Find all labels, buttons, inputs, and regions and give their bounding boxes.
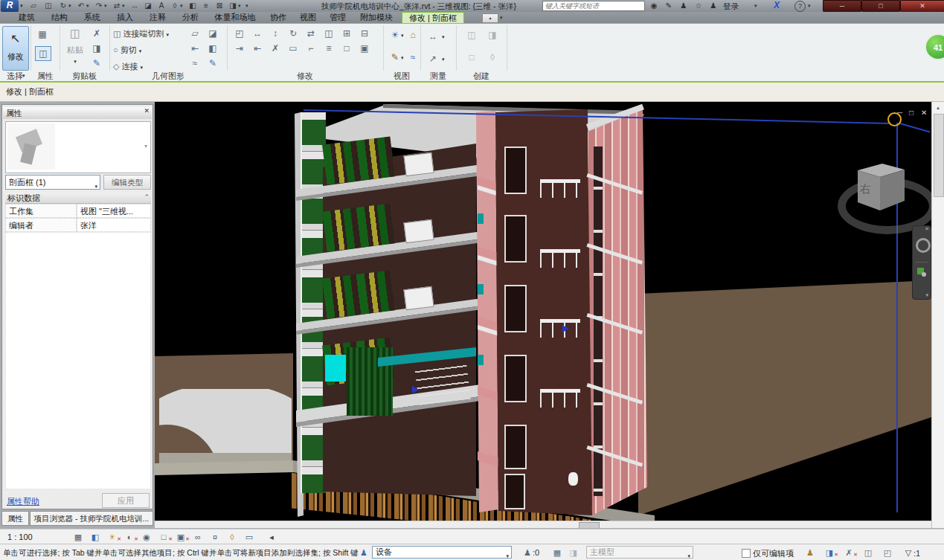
cut-button[interactable]: ○剪切 ▾: [113, 42, 141, 58]
panel-geometry-label[interactable]: 几何图形: [110, 71, 226, 81]
measure-caret-icon[interactable]: ▾: [122, 3, 125, 9]
properties-palette-icon[interactable]: ▦: [35, 28, 50, 41]
horizontal-scrollbar[interactable]: [155, 521, 931, 528]
help-caret-icon[interactable]: ▾: [808, 3, 811, 9]
press-drag-icon[interactable]: ♟: [803, 547, 817, 559]
worksharing-icon[interactable]: ♟: [357, 547, 370, 559]
lighting-icon[interactable]: ☀: [388, 28, 402, 42]
align-icon[interactable]: ◰: [231, 26, 248, 41]
measure-tape-icon[interactable]: ↔: [426, 30, 440, 43]
modify-button[interactable]: ↖ 修改: [2, 26, 29, 71]
search-icon[interactable]: ◉: [648, 1, 660, 11]
delete-tool-icon[interactable]: ✗: [266, 41, 284, 56]
tab-collaborate[interactable]: 协作: [265, 12, 292, 23]
group-collapse-icon[interactable]: ⌃: [144, 193, 150, 201]
tab-project-browser[interactable]: 项目浏览器 - 技师学院机电培训...: [30, 511, 153, 526]
thin-lines-icon[interactable]: ≡: [199, 1, 213, 11]
property-value-cell[interactable]: 张洋: [77, 218, 151, 232]
close-hidden-windows-icon[interactable]: ⊠: [213, 1, 226, 11]
unpin-icon[interactable]: ⌐: [302, 41, 320, 56]
split-face-icon[interactable]: ⇤: [187, 42, 202, 55]
section-box-edge[interactable]: [899, 123, 930, 132]
trim-corner-icon[interactable]: ≡: [320, 41, 338, 56]
tab-annotate[interactable]: 注释: [143, 12, 173, 23]
save-icon[interactable]: ◫: [42, 1, 55, 11]
shadows-icon[interactable]: ◐✕: [123, 532, 136, 543]
tab-view[interactable]: 视图: [295, 12, 321, 23]
delete-icon[interactable]: ✗: [89, 27, 104, 40]
properties-help-link[interactable]: 属性帮助: [7, 496, 39, 507]
crop-view-icon[interactable]: □✕: [157, 532, 170, 543]
exchange-apps-icon[interactable]: X: [774, 0, 780, 10]
panel-clipboard-label[interactable]: 剪贴板: [60, 71, 109, 81]
panel-measure-label[interactable]: 测量: [421, 71, 455, 81]
switch-windows-caret-icon[interactable]: ▾: [238, 3, 241, 9]
steering-wheel-icon[interactable]: [916, 238, 931, 253]
move-icon[interactable]: ↔: [248, 26, 266, 41]
pin-icon[interactable]: ▭: [284, 41, 302, 56]
view-minimize-icon[interactable]: ─: [897, 109, 902, 117]
tab-systems[interactable]: 系统: [77, 12, 107, 23]
apply-button[interactable]: 应用: [102, 493, 150, 508]
scrollbar-up-icon[interactable]: ▴: [934, 103, 943, 112]
properties-toggle-icon[interactable]: ◫: [35, 46, 51, 61]
tab-analyze[interactable]: 分析: [176, 12, 205, 23]
tab-modify-section-box[interactable]: 修改 | 剖面框: [402, 12, 464, 23]
worksets-dialog-icon[interactable]: ▦: [550, 547, 564, 559]
panel-select-label[interactable]: 选择: [0, 71, 30, 81]
edit-type-button[interactable]: 编辑类型: [103, 175, 151, 190]
subscription-center-icon[interactable]: ♟: [678, 1, 690, 11]
revit-app-menu-button[interactable]: R: [1, 0, 19, 12]
tab-addins[interactable]: 附加模块: [354, 12, 399, 23]
tab-structure[interactable]: 结构: [45, 12, 74, 23]
temporary-hide-isolate-icon[interactable]: ¤: [208, 532, 222, 543]
visual-style-icon[interactable]: ◧: [89, 532, 102, 543]
redo-caret-icon[interactable]: ▾: [104, 3, 107, 9]
ribbon-collapse-caret-icon[interactable]: ▾: [500, 15, 503, 21]
tab-massing-site[interactable]: 体量和场地: [208, 12, 262, 23]
drag-on-selection-icon[interactable]: ◰: [881, 547, 894, 559]
identity-data-header[interactable]: 标识数据: [5, 193, 151, 204]
communication-center-icon[interactable]: ✎: [663, 1, 675, 11]
open-icon[interactable]: ▱: [27, 1, 40, 11]
design-option-dropdown[interactable]: 主模型 ▾: [586, 546, 693, 559]
horizontal-scrollbar-thumb[interactable]: [579, 522, 600, 528]
favorites-icon[interactable]: ☆: [693, 1, 704, 11]
render-icon[interactable]: ⌂: [405, 28, 420, 42]
help-icon[interactable]: ?: [794, 1, 806, 12]
text-icon[interactable]: A: [155, 1, 168, 11]
panel-view-label[interactable]: 视图: [384, 71, 420, 81]
tag-icon[interactable]: ◪: [141, 1, 155, 11]
rotate-icon[interactable]: ↻: [284, 26, 302, 41]
measure-diagonal-icon[interactable]: ↗: [426, 52, 440, 65]
palette-header[interactable]: 属性: [3, 107, 152, 119]
type-selector-dropdown[interactable]: 剖面框 (1) ▾: [5, 175, 100, 190]
preview-caret-icon[interactable]: ▾: [144, 143, 147, 149]
select-links-icon[interactable]: ◨✕: [823, 547, 836, 559]
copy-tool-icon[interactable]: ◫: [320, 26, 338, 41]
detail-level-icon[interactable]: ▦: [71, 532, 85, 543]
navbar-close-icon[interactable]: ✕: [925, 226, 929, 232]
lighting-caret-icon[interactable]: ▾: [401, 33, 404, 39]
panel-modify-label[interactable]: 修改: [228, 71, 382, 81]
tab-insert[interactable]: 插入: [110, 12, 140, 23]
panel-select-caret-icon[interactable]: ▾: [22, 73, 25, 79]
navbar-menu-caret-icon[interactable]: ▾: [925, 292, 928, 298]
sign-in-icon[interactable]: ♟: [707, 1, 719, 11]
unjoin-icon[interactable]: ◧: [205, 42, 220, 55]
paste-button[interactable]: ◫ 粘贴 ▾: [64, 27, 86, 68]
active-workset-dropdown[interactable]: 设备 ▾: [372, 546, 512, 559]
viewcube-face-label[interactable]: 右: [860, 182, 871, 196]
copy-icon[interactable]: ◨: [89, 42, 104, 55]
demolish-icon[interactable]: ✎: [205, 57, 220, 70]
3d-view-caret-icon[interactable]: ▾: [180, 3, 183, 9]
create-assembly-icon[interactable]: □: [464, 51, 479, 64]
navigation-bar[interactable]: ✕ ▾: [912, 225, 931, 300]
array-icon[interactable]: ⊞: [338, 26, 356, 41]
beam-coping-icon[interactable]: ▱: [187, 27, 202, 40]
view-restore-icon[interactable]: □: [909, 109, 914, 117]
offset-icon[interactable]: ↕: [266, 26, 284, 41]
undo-caret-icon[interactable]: ▾: [86, 3, 89, 9]
tab-manage[interactable]: 管理: [324, 12, 351, 23]
panel-create-label[interactable]: 创建: [457, 71, 506, 81]
